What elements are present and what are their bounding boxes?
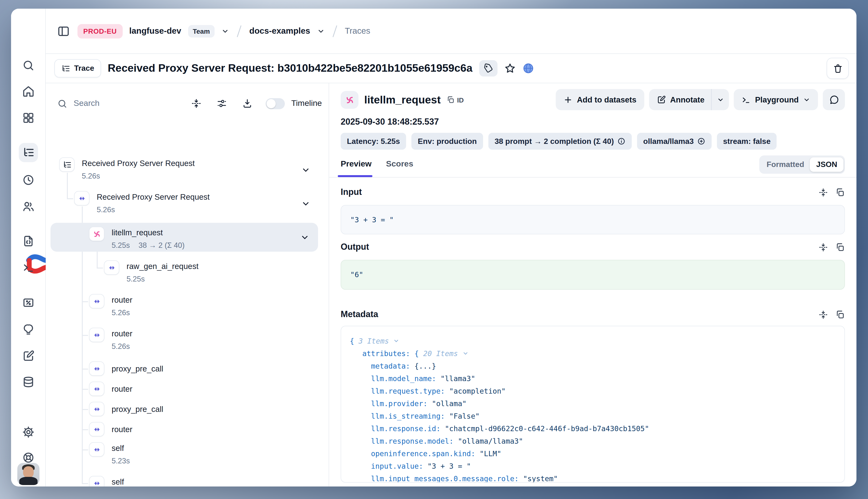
- formatted-toggle-option[interactable]: Formatted: [761, 160, 810, 169]
- json-entry[interactable]: llm.provider: "ollama": [371, 399, 466, 408]
- organization-name[interactable]: langfuse-dev: [129, 26, 181, 36]
- tree-row-selected[interactable]: litellm_request 5.25s38 → 2 (Σ 40): [50, 223, 318, 252]
- annotate-dropdown-button[interactable]: [712, 89, 729, 110]
- sidebar-toggle-icon[interactable]: [56, 24, 71, 38]
- tab-preview[interactable]: Preview: [341, 159, 372, 175]
- input-value: "3 + 3 = ": [350, 216, 394, 224]
- token-usage-badge[interactable]: 38 prompt → 2 completion (Σ 40): [488, 133, 632, 150]
- project-name[interactable]: docs-examples: [249, 26, 310, 36]
- trace-tree-icon: [61, 64, 70, 73]
- tree-row[interactable]: router 5.26s: [46, 328, 324, 353]
- add-to-datasets-button[interactable]: Add to datasets: [556, 89, 644, 110]
- breadcrumb-section[interactable]: Traces: [345, 26, 370, 36]
- json-attributes-line[interactable]: attributes: { 20 Items: [362, 349, 468, 358]
- datasets-database-icon[interactable]: [22, 376, 35, 388]
- prompts-icon[interactable]: [22, 235, 35, 247]
- json-entry[interactable]: llm.request.type: "acompletion": [371, 387, 506, 395]
- plus-icon: [563, 95, 573, 104]
- stream-badge: stream: false: [717, 133, 777, 150]
- tree-row[interactable]: router 5.26s: [46, 294, 324, 319]
- json-entry[interactable]: llm.is_streaming: "False": [371, 412, 480, 421]
- terminal-icon: [742, 95, 750, 104]
- tree-row[interactable]: Received Proxy Server Request 5.26s: [46, 157, 324, 182]
- copy-icon[interactable]: [835, 242, 845, 252]
- download-icon[interactable]: [242, 98, 253, 109]
- annotation-queue-icon[interactable]: [22, 350, 35, 362]
- home-icon[interactable]: [22, 85, 35, 98]
- view-settings-icon[interactable]: [217, 98, 227, 109]
- fold-vertical-icon[interactable]: [818, 310, 828, 319]
- tree-row[interactable]: proxy_pre_call: [46, 361, 324, 376]
- public-globe-icon[interactable]: [523, 63, 534, 74]
- model-badge[interactable]: ollama/llama3: [637, 133, 712, 150]
- project-chevron-down-icon[interactable]: [317, 27, 325, 35]
- comments-button[interactable]: [823, 89, 845, 110]
- timeline-toggle[interactable]: [266, 98, 285, 109]
- tab-scores[interactable]: Scores: [386, 159, 413, 175]
- observation-detail-panel: litellm_request ID Add to datasets Annot…: [329, 83, 856, 486]
- desktop-background: PROD-EU langfuse-dev Team docs-examples …: [0, 0, 868, 499]
- tags-button[interactable]: [479, 60, 498, 76]
- collapse-all-icon[interactable]: [191, 98, 202, 109]
- trace-tree-icon: [59, 157, 75, 172]
- user-avatar[interactable]: [17, 463, 39, 485]
- trace-type-chip: Trace: [54, 59, 101, 77]
- tree-row[interactable]: Received Proxy Server Request 5.26s: [46, 191, 324, 216]
- action-buttons: Add to datasets Annotate Playground: [556, 89, 845, 110]
- sidebar-item-tracing[interactable]: [19, 143, 38, 162]
- lightbulb-icon[interactable]: [22, 324, 35, 336]
- sessions-clock-icon[interactable]: [22, 174, 35, 186]
- json-entry[interactable]: llm.input_messages.0.message.role: "syst…: [371, 474, 558, 483]
- search-input[interactable]: Search: [74, 99, 100, 108]
- json-root-line[interactable]: { 3 Items: [350, 337, 400, 345]
- plus-circle-icon: [697, 137, 705, 145]
- evaluation-icon[interactable]: [22, 296, 35, 309]
- chevron-down-icon[interactable]: [301, 166, 310, 175]
- tree-row[interactable]: proxy_pre_call: [46, 402, 324, 416]
- tabs-divider: [329, 177, 856, 178]
- chevron-down-icon[interactable]: [300, 233, 309, 242]
- fold-vertical-icon[interactable]: [818, 242, 828, 252]
- json-entry[interactable]: metadata: {...}: [371, 362, 436, 370]
- org-chevron-down-icon[interactable]: [221, 27, 229, 35]
- chevron-down-icon[interactable]: [301, 199, 310, 208]
- search-icon[interactable]: [22, 59, 35, 72]
- tree-row[interactable]: router: [46, 422, 324, 436]
- input-value-box: "3 + 3 = ": [341, 205, 845, 234]
- tree-row[interactable]: raw_gen_ai_request 5.25s: [46, 260, 324, 285]
- copy-icon[interactable]: [835, 310, 845, 319]
- message-bubble-icon: [829, 95, 839, 105]
- users-icon[interactable]: [22, 200, 35, 213]
- tree-list: Received Proxy Server Request 5.26s Rece…: [46, 114, 329, 486]
- playground-button[interactable]: Playground: [734, 89, 818, 110]
- chevron-down-icon: [803, 96, 810, 103]
- copy-icon[interactable]: [835, 187, 845, 197]
- support-lifebuoy-icon[interactable]: [22, 451, 35, 464]
- output-value: "6": [350, 270, 363, 279]
- span-arrows-icon: [74, 191, 89, 206]
- view-mode-toggle: Formatted JSON: [759, 156, 845, 174]
- metadata-section-header: Metadata: [341, 309, 845, 319]
- dashboards-icon[interactable]: [22, 112, 35, 124]
- trace-title-bar: Trace Received Proxy Server Request: b30…: [46, 54, 856, 83]
- bookmark-star-icon[interactable]: [504, 63, 516, 74]
- output-section-header: Output: [341, 242, 845, 252]
- json-entry[interactable]: openinference.span.kind: "LLM": [371, 449, 501, 458]
- playground-terminal-icon[interactable]: [22, 261, 35, 274]
- breadcrumb-separator: [236, 24, 243, 38]
- tree-row[interactable]: router: [46, 381, 324, 396]
- json-entry[interactable]: input.value: "3 + 3 = ": [371, 462, 471, 471]
- copy-id-button[interactable]: ID: [447, 96, 464, 104]
- json-entry[interactable]: llm.response.model: "ollama/llama3": [371, 437, 523, 446]
- fold-vertical-icon[interactable]: [818, 187, 828, 197]
- json-entry[interactable]: llm.response.id: "chatcmpl-d96622c0-c642…: [371, 424, 649, 433]
- annotate-button[interactable]: Annotate: [649, 89, 711, 110]
- span-arrows-icon: [104, 260, 119, 275]
- json-toggle-option[interactable]: JSON: [810, 157, 843, 172]
- delete-trace-button[interactable]: [827, 58, 849, 79]
- json-entry[interactable]: llm.model_name: "llama3": [371, 374, 475, 383]
- environment-badge[interactable]: PROD-EU: [77, 24, 122, 38]
- tree-row[interactable]: self 5.23s: [46, 442, 324, 467]
- tree-row[interactable]: self 5.23s: [46, 476, 324, 486]
- settings-gear-icon[interactable]: [22, 426, 35, 438]
